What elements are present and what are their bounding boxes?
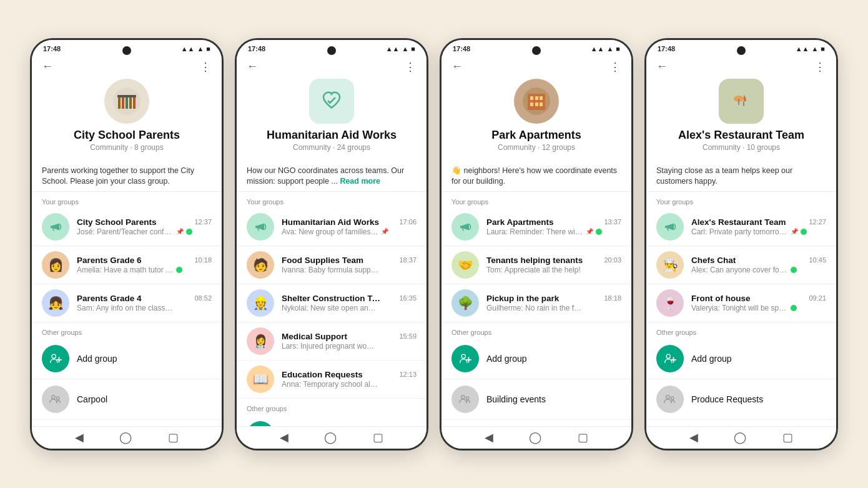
phone-notch [327, 46, 336, 55]
add-group-item[interactable]: Add group [32, 339, 222, 379]
group-item[interactable]: Alex's Restaurant Team12:27Carl: Private… [646, 208, 836, 246]
group-item[interactable]: 📖Education Requests12:13Anna: Temporary … [237, 361, 427, 399]
unread-dot [791, 267, 797, 273]
phone-notch [737, 46, 746, 55]
group-name-row: Medical Support15:59 [282, 332, 417, 341]
home-nav-icon[interactable]: ◯ [529, 431, 541, 444]
community-name: Alex's Restaurant Team [678, 129, 804, 142]
group-name-row: Education Requests12:13 [282, 370, 417, 379]
back-icon[interactable]: ← [451, 60, 463, 73]
read-more-link[interactable]: Read more [340, 177, 380, 186]
signal-icon: ▲▲ [591, 45, 604, 52]
add-group-item[interactable]: Add group [237, 415, 427, 426]
group-preview: Nykolai: New site open and ready for ... [282, 304, 378, 312]
group-name-row: Front of house09:21 [691, 294, 826, 303]
group-info: Pickup in the park18:18Guilherme: No rai… [486, 294, 621, 312]
home-nav-icon[interactable]: ◯ [324, 431, 337, 444]
group-avatar [656, 213, 684, 241]
recents-nav-icon[interactable]: ▢ [168, 431, 179, 444]
recents-nav-icon[interactable]: ▢ [782, 431, 793, 444]
group-item[interactable]: 👷Shelter Construction Team16:35Nykolai: … [237, 284, 427, 322]
add-group-icon [656, 345, 684, 372]
phone-header: ← ⋮ [32, 55, 222, 76]
phone-city-school: 17:48 ▲▲ ▲ ■ ← ⋮ City School ParentsComm… [30, 38, 224, 451]
svg-rect-23 [530, 102, 533, 106]
phone-header: ← ⋮ [646, 55, 836, 76]
group-item[interactable]: 🤝Tenants helping tenants20:03Tom: Apprec… [441, 246, 631, 284]
group-preview-row: José: Parent/Teacher confere...📌 [77, 227, 212, 236]
group-item[interactable]: 🌳Pickup in the park18:18Guilherme: No ra… [441, 284, 631, 322]
group-name: Chefs Chat [691, 256, 736, 265]
group-item[interactable]: 🧑Food Supplies Team18:37Ivanna: Baby for… [237, 246, 427, 284]
group-preview: Ava: New group of families waitin... [282, 227, 378, 236]
status-time: 17:48 [453, 45, 470, 52]
group-preview-row: Carl: Private party tomorrow in...📌 [691, 227, 826, 236]
group-name-row: Shelter Construction Team16:35 [282, 294, 417, 303]
group-info: City School Parents12:37José: Parent/Tea… [77, 217, 212, 236]
svg-rect-3 [126, 96, 128, 109]
battery-icon: ■ [616, 45, 620, 52]
group-item[interactable]: 👩Parents Grade 610:18Amelia: Have a math… [32, 246, 222, 284]
community-meta: Community · 10 groups [703, 143, 780, 152]
group-item[interactable]: City School Parents12:37José: Parent/Tea… [32, 208, 222, 246]
status-time: 17:48 [658, 45, 675, 52]
group-item[interactable]: 👧Parents Grade 408:52Sam: Any info on th… [32, 284, 222, 322]
add-group-icon [42, 345, 69, 372]
group-preview-row: Alex: Can anyone cover for me? [691, 266, 826, 274]
back-nav-icon[interactable]: ◀ [485, 431, 493, 444]
group-preview: Amelia: Have a math tutor for the... [77, 266, 174, 274]
group-name-row: Alex's Restaurant Team12:27 [691, 217, 826, 227]
community-hero: Park ApartmentsCommunity · 12 groups [441, 76, 631, 159]
group-item[interactable]: 🍷Front of house09:21Valeryia: Tonight wi… [646, 284, 836, 322]
phone-bottom-bar: ◀ ◯ ▢ [441, 426, 631, 449]
group-item[interactable]: 👩‍⚕️Medical Support15:59Lars: Injured pr… [237, 322, 427, 361]
group-item[interactable]: Park Apartments13:37Laura: Reminder: The… [441, 208, 631, 246]
group-preview: Tom: Appreciate all the help! [486, 266, 581, 274]
other-group-item[interactable]: Carpool [32, 379, 222, 420]
community-name: City School Parents [74, 129, 180, 142]
group-time: 09:21 [809, 294, 826, 302]
group-avatar: 📖 [247, 366, 274, 393]
group-item[interactable]: 👨‍🍳Chefs Chat10:45Alex: Can anyone cover… [646, 246, 836, 284]
group-info: Education Requests12:13Anna: Temporary s… [282, 370, 417, 389]
other-group-item[interactable]: Produce Requests [646, 379, 836, 420]
back-icon[interactable]: ← [247, 60, 258, 73]
home-nav-icon[interactable]: ◯ [734, 431, 746, 444]
more-icon[interactable]: ⋮ [609, 60, 621, 74]
group-avatar: 🍷 [656, 289, 684, 317]
add-group-item[interactable]: Add group [441, 339, 631, 379]
svg-point-30 [461, 395, 465, 399]
phones-container: 17:48 ▲▲ ▲ ■ ← ⋮ City School ParentsComm… [30, 38, 838, 451]
svg-rect-5 [133, 96, 136, 109]
group-time: 13:37 [604, 218, 621, 226]
svg-rect-25 [540, 102, 543, 106]
back-nav-icon[interactable]: ◀ [75, 431, 84, 444]
back-nav-icon[interactable]: ◀ [280, 431, 289, 444]
add-group-item[interactable]: Add group [646, 339, 836, 379]
more-icon[interactable]: ⋮ [814, 60, 826, 74]
group-item[interactable]: Humanitarian Aid Works17:06Ava: New grou… [237, 208, 427, 246]
more-icon[interactable]: ⋮ [405, 60, 417, 74]
group-preview: Anna: Temporary school almost comp... [282, 380, 378, 389]
group-preview-row: Ava: New group of families waitin...📌 [282, 227, 417, 236]
phone-header: ← ⋮ [237, 55, 427, 76]
group-name: Medical Support [282, 332, 347, 341]
recents-nav-icon[interactable]: ▢ [373, 431, 383, 444]
phone-body: Your groups City School Parents12:37José… [32, 192, 222, 426]
back-nav-icon[interactable]: ◀ [689, 431, 698, 444]
other-group-item[interactable]: Building events [441, 379, 631, 420]
recents-nav-icon[interactable]: ▢ [578, 431, 588, 444]
phone-bottom-bar: ◀ ◯ ▢ [32, 426, 222, 449]
back-icon[interactable]: ← [656, 60, 668, 73]
group-info: Medical Support15:59Lars: Injured pregna… [282, 332, 417, 351]
more-icon[interactable]: ⋮ [200, 60, 212, 74]
back-icon[interactable]: ← [42, 60, 53, 73]
community-avatar [719, 79, 764, 124]
group-name: Pickup in the park [486, 294, 559, 303]
home-nav-icon[interactable]: ◯ [119, 431, 132, 444]
community-meta: Community · 12 groups [498, 143, 575, 152]
other-group-avatar [42, 386, 69, 413]
unread-dot [186, 229, 192, 235]
group-name: Parents Grade 6 [77, 256, 142, 265]
group-time: 15:59 [399, 332, 417, 340]
